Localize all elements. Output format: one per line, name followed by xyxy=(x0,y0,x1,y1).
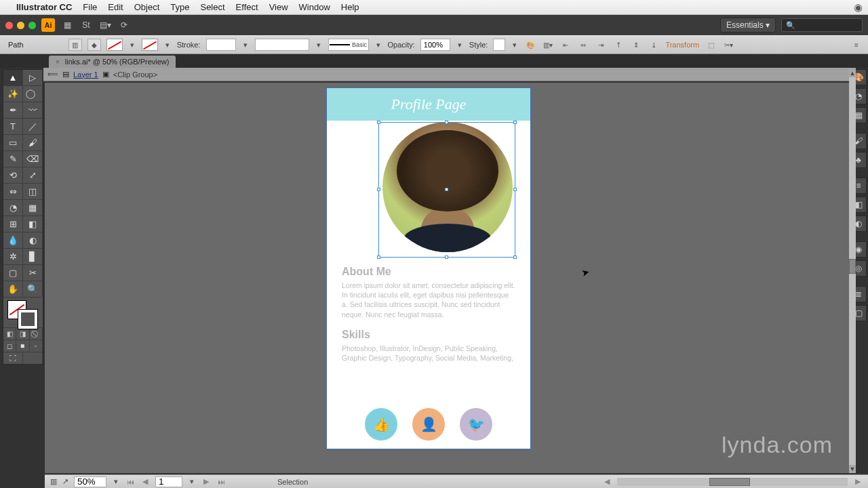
stroke-swatch[interactable] xyxy=(142,39,158,51)
last-artboard-icon[interactable]: ⏭ xyxy=(216,477,226,487)
align-vcenter-icon[interactable]: ⇕ xyxy=(630,39,642,51)
shape-builder-tool[interactable]: ◔ xyxy=(3,200,23,216)
menu-select[interactable]: Select xyxy=(200,2,224,12)
type-tool[interactable]: T xyxy=(3,119,23,135)
scroll-up-icon[interactable]: ▲ xyxy=(849,69,856,77)
eyedropper-tool[interactable]: 💧 xyxy=(3,232,23,249)
slice-tool[interactable]: ✂ xyxy=(23,265,43,281)
column-graph-tool[interactable]: ▊ xyxy=(23,249,43,265)
opacity-input[interactable] xyxy=(420,39,450,51)
fill-dropdown[interactable]: ▾ xyxy=(128,41,136,49)
fill-indicator[interactable]: ▥ xyxy=(68,39,82,51)
align-left-icon[interactable]: ⇤ xyxy=(559,39,572,51)
curvature-tool[interactable]: 〰 xyxy=(23,102,43,119)
menu-file[interactable]: File xyxy=(83,2,97,12)
hand-tool[interactable]: ✋ xyxy=(3,281,23,298)
panel-menu-icon[interactable]: ≡ xyxy=(850,39,863,51)
app-name[interactable]: Illustrator CC xyxy=(16,2,72,12)
align-menu-icon[interactable]: ▥▾ xyxy=(542,39,554,51)
isolate-icon[interactable]: ⬚ xyxy=(705,39,717,51)
zoom-input[interactable] xyxy=(74,476,106,487)
pencil-tool[interactable]: ✎ xyxy=(3,151,23,167)
menu-object[interactable]: Object xyxy=(134,2,160,12)
arrange-docs-icon[interactable]: ▤▾ xyxy=(98,18,112,32)
artboard-tool[interactable]: ▢ xyxy=(3,265,23,281)
rotate-tool[interactable]: ⟲ xyxy=(3,167,23,184)
draw-inside-icon[interactable]: ▫ xyxy=(30,340,43,352)
stock-icon[interactable]: St xyxy=(79,18,93,32)
menu-help[interactable]: Help xyxy=(341,2,359,12)
magic-wand-tool[interactable]: ✨ xyxy=(3,86,23,102)
paintbrush-tool[interactable]: 🖌 xyxy=(23,135,43,151)
graphic-style[interactable] xyxy=(493,39,505,51)
document-tab[interactable]: × links.ai* @ 50% (RGB/Preview) xyxy=(49,56,176,68)
gradient-mode-icon[interactable]: ◨ xyxy=(16,327,29,340)
free-transform-tool[interactable]: ◫ xyxy=(23,184,43,200)
gpu-icon[interactable]: ⟳ xyxy=(117,18,131,32)
menu-edit[interactable]: Edit xyxy=(108,2,123,12)
transform-link[interactable]: Transform xyxy=(665,41,699,49)
vertical-scrollbar[interactable]: ▲ ▼ xyxy=(849,69,856,473)
screen-mode-icon[interactable]: ⛶ xyxy=(3,352,23,364)
menu-effect[interactable]: Effect xyxy=(236,2,258,12)
selection-tool[interactable]: ▲ xyxy=(3,70,23,86)
zoom-button[interactable] xyxy=(28,22,36,29)
minimize-button[interactable] xyxy=(17,22,24,29)
stroke-box[interactable] xyxy=(18,310,37,329)
color-mode-icon[interactable]: ◧ xyxy=(3,327,16,340)
width-tool[interactable]: ⇔ xyxy=(3,184,23,200)
menu-type[interactable]: Type xyxy=(170,2,189,12)
prev-artboard-icon[interactable]: ◀ xyxy=(140,477,150,487)
horizontal-scrollbar[interactable] xyxy=(617,478,848,486)
next-artboard-icon[interactable]: ▶ xyxy=(201,477,211,487)
align-bottom-icon[interactable]: ⤓ xyxy=(648,39,660,51)
eraser-tool[interactable]: ⌫ xyxy=(23,151,43,167)
status-nav-icon[interactable]: ▥ xyxy=(50,477,57,486)
symbol-sprayer-tool[interactable]: ✲ xyxy=(3,249,23,265)
close-tab-icon[interactable]: × xyxy=(56,58,60,66)
fill-stroke-control[interactable] xyxy=(3,298,43,327)
direct-selection-tool[interactable]: ▷ xyxy=(23,70,43,86)
stroke-weight-input[interactable] xyxy=(206,39,236,51)
blend-tool[interactable]: ◐ xyxy=(23,232,43,249)
artboard-number-input[interactable] xyxy=(155,476,182,487)
align-right-icon[interactable]: ⇥ xyxy=(595,39,607,51)
back-arrow-icon[interactable]: ⟸ xyxy=(47,70,58,79)
draw-behind-icon[interactable]: ◽ xyxy=(16,340,29,352)
lasso-tool[interactable]: ⃝ xyxy=(23,86,43,102)
zoom-tool[interactable]: 🔍 xyxy=(23,281,43,298)
search-input[interactable]: 🔍 xyxy=(781,18,863,32)
align-top-icon[interactable]: ⤒ xyxy=(612,39,625,51)
canvas[interactable]: Profile Page About Me Lorem ipsum dolor … xyxy=(45,83,849,473)
close-button[interactable] xyxy=(5,22,13,29)
workspace-switcher[interactable]: Essentials ▾ xyxy=(720,18,776,33)
layers-icon[interactable]: ▤ xyxy=(62,70,69,79)
line-tool[interactable]: ／ xyxy=(23,119,43,135)
hscroll-right-icon[interactable]: ▶ xyxy=(853,477,863,487)
mesh-tool[interactable]: ⊞ xyxy=(3,216,23,232)
align-hcenter-icon[interactable]: ⇔ xyxy=(577,39,589,51)
status-export-icon[interactable]: ↗ xyxy=(62,477,68,486)
menu-view[interactable]: View xyxy=(269,2,288,12)
none-mode-icon[interactable]: ⃠ xyxy=(30,327,43,340)
edit-clip-icon[interactable]: ✂▾ xyxy=(722,39,734,51)
hscroll-left-icon[interactable]: ◀ xyxy=(602,477,612,487)
gradient-tool[interactable]: ◧ xyxy=(23,216,43,232)
bridge-icon[interactable]: ▦ xyxy=(60,18,74,32)
fill-swatch[interactable] xyxy=(106,39,123,51)
hscroll-thumb[interactable] xyxy=(709,478,750,486)
stroke-dropdown[interactable]: ▾ xyxy=(163,41,172,49)
breadcrumb-group[interactable]: <Clip Group> xyxy=(113,70,157,79)
recolor-icon[interactable]: ◆ xyxy=(87,39,101,51)
first-artboard-icon[interactable]: ⏮ xyxy=(125,477,135,487)
var-width-profile[interactable] xyxy=(255,39,309,51)
scroll-down-icon[interactable]: ▼ xyxy=(849,465,856,473)
menu-window[interactable]: Window xyxy=(299,2,330,12)
scale-tool[interactable]: ⤢ xyxy=(23,167,43,184)
creative-cloud-icon[interactable]: ◉ xyxy=(854,1,863,14)
perspective-tool[interactable]: ▦ xyxy=(23,200,43,216)
brush-definition[interactable]: Basic xyxy=(328,39,369,51)
rectangle-tool[interactable]: ▭ xyxy=(3,135,23,151)
vscroll-thumb[interactable] xyxy=(849,259,856,274)
breadcrumb-layer[interactable]: Layer 1 xyxy=(73,70,98,79)
